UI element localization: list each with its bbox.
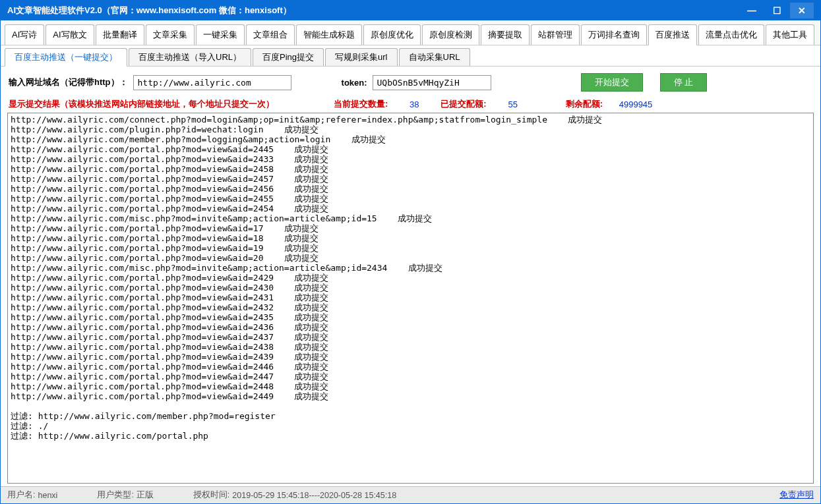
type-value: 正版 xyxy=(137,490,154,501)
maximize-button[interactable]: ☐ xyxy=(765,3,789,18)
sub-tab[interactable]: 自动采集URL xyxy=(399,48,470,66)
main-tab[interactable]: 智能生成标题 xyxy=(296,24,362,45)
submitted-value: 55 xyxy=(493,99,533,109)
user-value: henxi xyxy=(38,491,57,500)
start-button[interactable]: 开始提交 xyxy=(581,73,643,92)
remain-label: 剩余配额: xyxy=(566,98,603,110)
stats-row: 显示提交结果（该模块推送网站内部链接地址，每个地址只提交一次） 当前提交数量: … xyxy=(1,98,820,113)
log-textarea[interactable]: http://www.ailyric.com/connect.php?mod=l… xyxy=(7,113,814,484)
main-tab[interactable]: 流量点击优化 xyxy=(698,24,764,45)
remain-value: 4999945 xyxy=(609,99,662,109)
main-tab[interactable]: AI写散文 xyxy=(46,24,94,45)
main-tab[interactable]: 文章组合 xyxy=(246,24,295,45)
app-window: AI文章智能处理软件V2.0（官网：www.henxisoft.com 微信：h… xyxy=(0,0,821,504)
current-label: 当前提交数量: xyxy=(334,98,388,110)
stop-button[interactable]: 停 止 xyxy=(660,73,708,92)
window-controls: — ☐ ✕ xyxy=(740,3,814,18)
main-tab[interactable]: 批量翻译 xyxy=(96,24,144,45)
sub-tab[interactable]: 百度Ping提交 xyxy=(253,48,324,66)
main-tab[interactable]: 原创度优化 xyxy=(363,24,421,45)
submitted-label: 已提交配额: xyxy=(441,98,486,110)
main-tab[interactable]: 原创度检测 xyxy=(422,24,479,45)
titlebar: AI文章智能处理软件V2.0（官网：www.henxisoft.com 微信：h… xyxy=(1,1,820,20)
sub-tab[interactable]: 百度主动推送（导入URL） xyxy=(129,48,251,66)
auth-label: 授权时间: xyxy=(193,490,229,501)
main-tab-bar: AI写诗AI写散文批量翻译文章采集一键采集文章组合智能生成标题原创度优化原创度检… xyxy=(1,20,820,45)
current-value: 38 xyxy=(394,99,434,109)
token-label: token: xyxy=(342,78,367,88)
main-tab[interactable]: 一键采集 xyxy=(196,24,245,45)
result-label: 显示提交结果（该模块推送网站内部链接地址，每个地址只提交一次） xyxy=(9,98,274,110)
sub-tab[interactable]: 百度主动推送（一键提交） xyxy=(5,48,127,67)
sub-tab[interactable]: 写规则采集url xyxy=(325,48,397,66)
main-tab[interactable]: 万词排名查询 xyxy=(581,24,647,45)
user-label: 用户名: xyxy=(7,490,35,501)
main-tab[interactable]: 百度推送 xyxy=(648,24,697,45)
main-tab[interactable]: 文章采集 xyxy=(146,24,195,45)
close-button[interactable]: ✕ xyxy=(790,3,814,18)
main-tab[interactable]: AI写诗 xyxy=(5,24,44,45)
statusbar: 用户名: henxi 用户类型: 正版 授权时间: 2019-05-29 15:… xyxy=(1,486,820,503)
domain-input[interactable] xyxy=(133,75,291,90)
disclaimer-link[interactable]: 免责声明 xyxy=(779,490,814,501)
token-input[interactable] xyxy=(373,75,491,90)
main-tab[interactable]: 摘要提取 xyxy=(481,24,530,45)
auth-value: 2019-05-29 15:45:18----2020-05-28 15:45:… xyxy=(232,491,396,500)
window-title: AI文章智能处理软件V2.0（官网：www.henxisoft.com 微信：h… xyxy=(7,5,740,16)
type-label: 用户类型: xyxy=(97,490,133,501)
input-row: 输入网址域名（记得带http）： token: 开始提交 停 止 xyxy=(1,67,820,98)
main-tab[interactable]: 其他工具 xyxy=(766,24,814,45)
sub-tab-bar: 百度主动推送（一键提交）百度主动推送（导入URL）百度Ping提交写规则采集ur… xyxy=(1,45,820,67)
domain-label: 输入网址域名（记得带http）： xyxy=(9,76,128,88)
main-tab[interactable]: 站群管理 xyxy=(531,24,580,45)
minimize-button[interactable]: — xyxy=(740,3,764,18)
